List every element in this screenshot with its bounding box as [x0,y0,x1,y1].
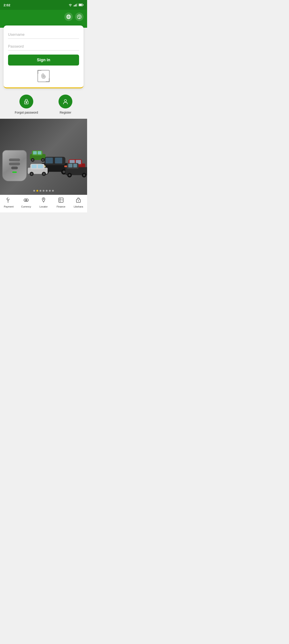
key-button-2 [9,162,20,165]
carousel-dot-5[interactable] [46,190,47,192]
battery-icon [79,4,83,6]
bottom-navigation: Payment £ $ Currency Locator [0,195,87,212]
header-icons [64,12,83,21]
key-button-3 [11,166,18,169]
currency-label: Currency [21,205,31,208]
register-label: Register [60,111,71,114]
svg-point-71 [78,200,79,201]
key-button-1 [9,158,20,161]
svg-text:$: $ [26,200,27,201]
finance-icon: × = [58,197,64,204]
fingerprint-icon[interactable] [37,70,49,82]
svg-point-41 [63,170,65,173]
svg-rect-46 [31,164,36,168]
register-button[interactable]: Register [58,94,72,114]
carousel-dots [33,190,54,192]
libshara-icon: $ [75,197,81,204]
carousel-dot-1[interactable] [33,190,35,192]
nav-currency[interactable]: £ $ Currency [19,197,33,208]
svg-point-13 [79,18,79,18]
locator-label: Locator [39,205,48,208]
quick-actions: Forgot password Register [0,88,87,119]
svg-text:=: = [60,201,61,202]
svg-rect-43 [64,166,67,167]
globe-icon [66,14,71,19]
svg-rect-55 [73,164,77,168]
forgot-password-label: Forgot password [15,111,38,114]
cars-display [27,139,87,188]
forgot-password-icon [19,94,33,108]
fingerprint-area [8,69,79,83]
payment-label: Payment [4,205,13,208]
svg-point-33 [42,159,43,160]
svg-rect-3 [77,3,77,6]
svg-rect-29 [38,151,41,154]
key-led [12,172,17,173]
svg-rect-0 [74,5,74,6]
svg-text:£: £ [25,200,26,201]
wifi-icon [68,3,72,6]
password-input[interactable] [8,43,79,50]
svg-rect-5 [79,4,82,6]
register-icon [58,94,72,108]
svg-point-65 [43,198,44,200]
nav-locator[interactable]: Locator [37,197,50,208]
svg-point-51 [43,173,45,175]
svg-rect-37 [55,158,62,164]
svg-text:×: × [60,198,61,200]
carousel-dot-3[interactable] [39,190,41,192]
svg-rect-36 [45,158,53,164]
signal-icon [74,3,77,6]
svg-point-59 [83,174,85,176]
support-24h-button[interactable] [75,12,83,21]
24h-support-icon [77,14,82,19]
carousel-dot-2[interactable] [36,190,38,192]
nav-libshara[interactable]: $ Libshara [72,197,85,208]
carousel-dot-6[interactable] [49,190,51,192]
payment-icon [6,197,11,204]
svg-point-15 [26,102,27,103]
status-time: 2:02 [3,3,10,7]
nav-finance[interactable]: × = Finance [54,197,68,208]
svg-rect-47 [38,164,43,168]
svg-rect-54 [68,164,73,168]
username-input[interactable] [8,31,79,39]
header-area [0,10,87,28]
key-fob [2,150,31,188]
svg-rect-1 [75,5,75,6]
svg-text:$: $ [78,198,79,200]
sign-in-button[interactable]: Sign in [8,54,79,66]
finance-label: Finance [56,205,65,208]
login-card: Sign in [3,26,83,88]
locator-icon [41,197,46,204]
status-icons [68,3,83,6]
globe-button[interactable] [64,12,73,21]
currency-icon: £ $ [23,197,29,204]
carousel-dot-7[interactable] [52,190,54,192]
svg-rect-2 [76,4,76,6]
svg-point-60 [8,200,8,201]
car-showcase [0,119,87,195]
key-body [2,150,27,181]
svg-rect-6 [83,4,83,5]
svg-rect-28 [33,151,37,154]
svg-point-32 [32,159,33,160]
status-bar: 2:02 [0,0,87,10]
carousel-dot-4[interactable] [43,190,44,192]
svg-point-58 [68,174,71,176]
svg-point-17 [64,100,66,102]
forgot-password-button[interactable]: Forgot password [15,94,38,114]
libshara-label: Libshara [74,205,83,208]
nav-payment[interactable]: Payment [2,197,15,208]
